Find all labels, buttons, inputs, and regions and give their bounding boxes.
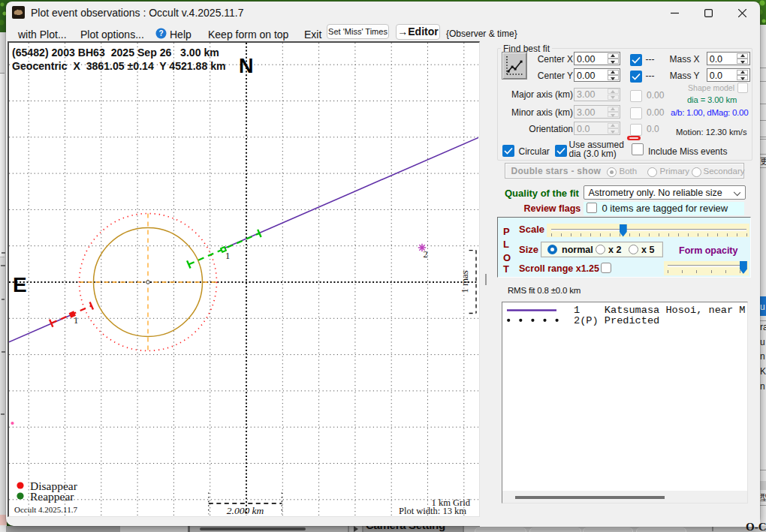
maximize-icon: [704, 9, 713, 17]
double-primary-radio[interactable]: [647, 167, 657, 177]
chord1-disappear-label: 1: [74, 315, 78, 326]
review-flags-label: Review flags: [524, 203, 581, 214]
double-stars-label: Double stars - show: [511, 166, 602, 176]
form-opacity-slider[interactable]: [664, 261, 749, 275]
major-axis-input[interactable]: 3.00: [574, 88, 620, 101]
close-icon: [738, 9, 746, 17]
form-opacity-label: Form opacity: [679, 245, 738, 256]
include-miss-checkbox[interactable]: [632, 143, 644, 155]
help-icon[interactable]: ?: [155, 28, 167, 41]
mass-x-input[interactable]: 0.0: [707, 52, 750, 65]
size-x2-label: x 2: [608, 245, 621, 255]
orientation-input[interactable]: 0.0: [574, 122, 620, 135]
scale-slider[interactable]: [547, 224, 749, 237]
north-label: N: [239, 55, 254, 77]
bg-scrollbar-thumb[interactable]: [200, 527, 306, 530]
rms-fit-label: RMS fit 0.8 ±0.0 km: [508, 286, 581, 295]
mas-scale-label: 1 mas: [459, 270, 470, 293]
close-button[interactable]: [725, 2, 758, 24]
occultation-plot: (65482) 2003 BH63 2025 Sep 26 3.00 km Ge…: [9, 43, 478, 515]
size-x5-radio[interactable]: [629, 245, 638, 254]
center-y-checkbox[interactable]: [630, 71, 642, 83]
size-label: Size: [519, 244, 538, 255]
reappear-legend-label: Reappear: [30, 490, 74, 503]
east-label: E: [13, 273, 27, 296]
observer-time-label: {Observer & time}: [446, 29, 517, 39]
circular-label: Circular: [519, 146, 550, 157]
version-label: Occult 4.2025.11.7: [14, 505, 77, 514]
center-x-checkbox[interactable]: [630, 54, 642, 66]
red-indicator: [627, 136, 641, 140]
editor-button[interactable]: →Editor: [396, 24, 440, 40]
size-options-box: normal x 2 x 5: [541, 242, 663, 257]
observations-hscrollbar-thumb[interactable]: [515, 496, 665, 499]
window-title: Plot event observations : Occult v.4.202…: [31, 7, 244, 19]
background-window-right: 更 u ra u n K n 型: [760, 25, 766, 532]
svg-text:?: ?: [158, 29, 163, 38]
scroll-range-checkbox[interactable]: [601, 263, 611, 273]
menu-keep-on-top[interactable]: Keep form on top: [208, 29, 288, 41]
mass-y-input[interactable]: 0.0: [707, 68, 750, 82]
double-stars-group: Double stars - show Both Primary Seconda…: [505, 163, 744, 179]
scale-label: Scale: [519, 224, 544, 235]
bg-scroll-arrow-icon[interactable]: [354, 526, 361, 532]
double-secondary-label: Secondary: [704, 167, 745, 176]
motion-label: Motion: 12.30 km/s: [676, 128, 747, 137]
observation-row-1: 1 Katsumasa Hosoi, near M: [574, 305, 748, 314]
bg-fragment: 更: [760, 155, 766, 168]
asteroid-icon: [12, 6, 25, 19]
disappear-legend-dot: [17, 482, 23, 488]
plot-letter-t: T: [503, 263, 509, 275]
major-axis-checkbox[interactable]: [630, 90, 642, 102]
double-both-radio[interactable]: [607, 167, 617, 177]
size-x5-label: x 5: [641, 245, 654, 255]
background-window-left-panel: [0, 73, 5, 257]
plot-controls-panel: P L O T Scale Size normal x 2 x 5 Form o…: [497, 217, 751, 278]
minor-axis-input[interactable]: 3.00: [574, 105, 620, 119]
review-flags-box: 0 items are tagged for review: [584, 202, 744, 215]
orientation-extra: 0.0: [647, 124, 659, 134]
menu-with-plot[interactable]: with Plot...: [18, 29, 67, 41]
chord1-reappear-label: 1: [225, 251, 230, 261]
menu-help[interactable]: Help: [170, 29, 192, 41]
observations-list[interactable]: 1 Katsumasa Hosoi, near M 2(P) Predicted: [502, 302, 748, 503]
panel-grip[interactable]: [485, 274, 487, 285]
minimize-button[interactable]: [658, 2, 691, 24]
set-miss-times-button[interactable]: Set 'Miss' Times: [327, 24, 389, 39]
camera-setting-label: Camera Setting: [366, 526, 445, 531]
app-icon: [12, 6, 25, 19]
orientation-checkbox[interactable]: [630, 124, 642, 136]
review-flags-checkbox[interactable]: [587, 203, 597, 213]
center-y-label: Center Y: [520, 71, 573, 81]
size-x2-radio[interactable]: [596, 245, 605, 254]
menu-exit[interactable]: Exit: [304, 29, 321, 41]
plot-area[interactable]: (65482) 2003 BH63 2025 Sep 26 3.00 km Ge…: [8, 41, 480, 517]
plot-title-line2: Geocentric X 3861.05 ±0.14 Y 4521.88 km: [12, 60, 226, 72]
use-assumed-checkbox[interactable]: [555, 145, 567, 157]
circular-checkbox[interactable]: [502, 145, 514, 157]
maximize-button[interactable]: [692, 2, 725, 24]
minor-axis-extra: 0.00: [647, 107, 664, 118]
center-x-label: Center X: [520, 54, 573, 65]
size-normal-label: normal: [562, 245, 593, 255]
diameter-label: dia = 3.00 km: [687, 95, 737, 104]
chord2-dots-sample: [507, 319, 559, 322]
center-y-input[interactable]: 0.00: [574, 68, 620, 82]
size-normal-radio[interactable]: [547, 245, 557, 254]
center-marker: [146, 281, 150, 284]
double-secondary-radio[interactable]: [692, 167, 701, 177]
include-miss-label: Include Miss events: [648, 146, 727, 157]
menu-plot-options[interactable]: Plot options...: [80, 29, 144, 41]
center-x-input[interactable]: 0.00: [574, 52, 620, 65]
shape-model-checkbox[interactable]: [737, 83, 748, 93]
observations-hscrollbar[interactable]: [502, 491, 747, 503]
chevron-down-icon: [733, 188, 740, 195]
plot-title-line1: (65482) 2003 BH63 2025 Sep 26 3.00 km: [12, 47, 219, 59]
double-primary-label: Primary: [660, 167, 690, 176]
quality-dropdown[interactable]: Astrometry only. No reliable size: [584, 185, 746, 200]
scroll-range-label: Scroll range x1.25: [519, 263, 599, 274]
pink-point-marker: [11, 422, 14, 425]
minor-axis-checkbox[interactable]: [630, 107, 642, 119]
occult-plot-window: Plot event observations : Occult v.4.202…: [6, 2, 760, 526]
review-flags-status: 0 items are tagged for review: [602, 203, 728, 214]
